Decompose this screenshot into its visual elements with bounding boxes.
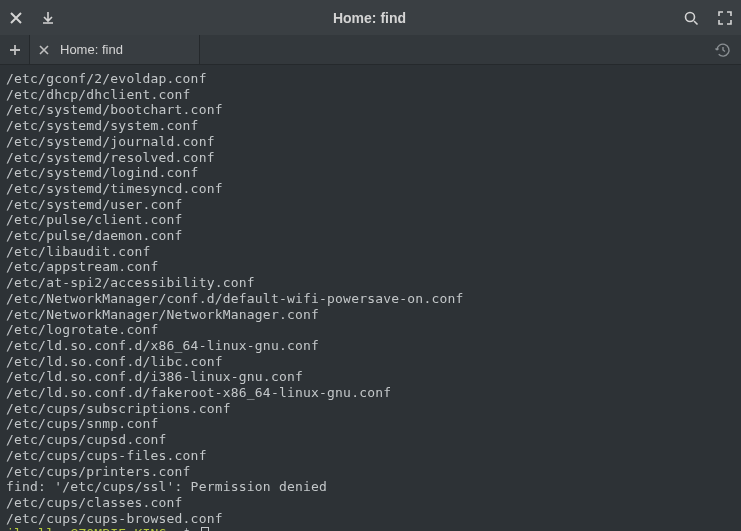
history-icon[interactable] bbox=[715, 42, 731, 58]
output-line: /etc/systemd/timesyncd.conf bbox=[6, 181, 735, 197]
output-line: find: '/etc/cups/ssl': Permission denied bbox=[6, 479, 735, 495]
prompt-path: ~ bbox=[175, 526, 183, 531]
prompt-line[interactable]: jlwallen@ZOMBIE-KING:~$ bbox=[6, 526, 735, 531]
output-line: /etc/cups/cups-files.conf bbox=[6, 448, 735, 464]
output-line: /etc/systemd/logind.conf bbox=[6, 165, 735, 181]
output-line: /etc/cups/printers.conf bbox=[6, 464, 735, 480]
output-line: /etc/cups/subscriptions.conf bbox=[6, 401, 735, 417]
output-line: /etc/NetworkManager/conf.d/default-wifi-… bbox=[6, 291, 735, 307]
output-line: /etc/NetworkManager/NetworkManager.conf bbox=[6, 307, 735, 323]
output-line: /etc/cups/classes.conf bbox=[6, 495, 735, 511]
search-icon[interactable] bbox=[683, 10, 699, 26]
prompt-user-host: jlwallen@ZOMBIE-KING bbox=[6, 526, 167, 531]
output-line: /etc/ld.so.conf.d/libc.conf bbox=[6, 354, 735, 370]
expand-icon[interactable] bbox=[717, 10, 733, 26]
cursor bbox=[201, 527, 209, 531]
prompt-sep: : bbox=[167, 526, 175, 531]
output-line: /etc/logrotate.conf bbox=[6, 322, 735, 338]
output-line: /etc/appstream.conf bbox=[6, 259, 735, 275]
output-line: /etc/systemd/journald.conf bbox=[6, 134, 735, 150]
window-title: Home: find bbox=[56, 10, 683, 26]
output-line: /etc/ld.so.conf.d/x86_64-linux-gnu.conf bbox=[6, 338, 735, 354]
output-line: /etc/systemd/resolved.conf bbox=[6, 150, 735, 166]
output-line: /etc/pulse/client.conf bbox=[6, 212, 735, 228]
download-icon[interactable] bbox=[40, 10, 56, 26]
new-tab-button[interactable] bbox=[0, 35, 30, 64]
output-line: /etc/cups/cupsd.conf bbox=[6, 432, 735, 448]
tabbar-rest bbox=[200, 35, 741, 64]
output-line: /etc/libaudit.conf bbox=[6, 244, 735, 260]
output-line: /etc/ld.so.conf.d/fakeroot-x86_64-linux-… bbox=[6, 385, 735, 401]
output-line: /etc/gconf/2/evoldap.conf bbox=[6, 71, 735, 87]
prompt-suffix: $ bbox=[183, 526, 199, 531]
titlebar: Home: find bbox=[0, 0, 741, 35]
output-line: /etc/systemd/bootchart.conf bbox=[6, 102, 735, 118]
output-line: /etc/systemd/system.conf bbox=[6, 118, 735, 134]
output-line: /etc/pulse/daemon.conf bbox=[6, 228, 735, 244]
output-line: /etc/cups/cups-browsed.conf bbox=[6, 511, 735, 527]
svg-point-0 bbox=[686, 12, 695, 21]
close-window-icon[interactable] bbox=[8, 10, 24, 26]
tab-home-find[interactable]: Home: find bbox=[30, 35, 200, 64]
output-line: /etc/ld.so.conf.d/i386-linux-gnu.conf bbox=[6, 369, 735, 385]
output-line: /etc/cups/snmp.conf bbox=[6, 416, 735, 432]
close-tab-icon[interactable] bbox=[38, 44, 50, 56]
output-line: /etc/at-spi2/accessibility.conf bbox=[6, 275, 735, 291]
terminal-output[interactable]: /etc/gconf/2/evoldap.conf/etc/dhcp/dhcli… bbox=[0, 65, 741, 531]
tabbar: Home: find bbox=[0, 35, 741, 65]
tab-label: Home: find bbox=[60, 42, 123, 57]
output-line: /etc/systemd/user.conf bbox=[6, 197, 735, 213]
output-line: /etc/dhcp/dhclient.conf bbox=[6, 87, 735, 103]
